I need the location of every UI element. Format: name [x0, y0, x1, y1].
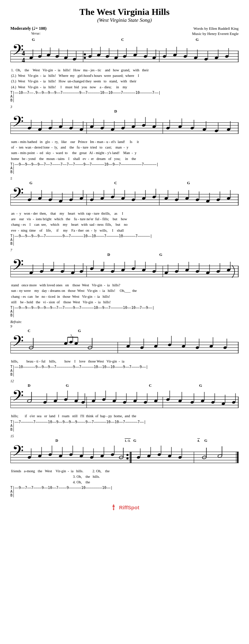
- svg-point-54: [225, 55, 229, 58]
- lyrics-line-3a: an - y won - der then, that my heart wit…: [11, 211, 239, 216]
- system-3: 5 G C G 𝄢: [10, 177, 239, 245]
- svg-point-136: [142, 197, 145, 200]
- system-number-7: 15: [10, 434, 239, 438]
- chord-row-7: D 1.-3. G 4. G: [10, 438, 239, 444]
- page: The West Virginia Hills (West Virginia S…: [0, 0, 249, 518]
- sub-title: (West Virginia State Song): [10, 17, 239, 23]
- tab-4: T|——9——9——9——9——9——9——7——7————9——7——————…: [10, 306, 239, 317]
- lyrics-line-2d: home be - yond the moun - tains I shall …: [11, 156, 239, 162]
- svg-point-235: [195, 346, 199, 349]
- svg-point-80: [100, 126, 104, 129]
- svg-point-237: [209, 345, 213, 348]
- lyrics-2: sum - mits bathed in glo - ry, like our …: [10, 139, 239, 162]
- svg-point-12: [84, 53, 86, 55]
- svg-point-202: [226, 268, 230, 271]
- svg-point-312: [59, 454, 62, 457]
- staff-svg-3: 𝄢: [10, 187, 239, 211]
- lyrics-line-1d: (4.) West Vir-gin - ia hills! I must bid…: [11, 84, 239, 90]
- lyrics-line-6a: hills; if o'er sea or land I roam still …: [11, 413, 239, 419]
- svg-point-257: [64, 398, 68, 401]
- svg-point-172: [71, 271, 74, 274]
- svg-point-148: [206, 199, 210, 203]
- svg-point-66: [27, 126, 31, 129]
- svg-point-180: [110, 270, 114, 273]
- svg-point-94: [178, 125, 182, 128]
- staff-svg-6: 𝄢: [10, 389, 239, 413]
- lyrics-line-7a: friends a-mong the West Vir-gin - ia hil…: [11, 468, 239, 474]
- chord-C-5: C: [28, 329, 30, 333]
- svg-point-306: [27, 456, 31, 459]
- svg-point-322: [110, 453, 114, 456]
- tempo: Moderately (♩= 108): [10, 26, 46, 31]
- tab-6: T|——7——————7——————10——9——9——9——9————9——7…: [10, 420, 239, 431]
- svg-point-36: [133, 53, 137, 56]
- svg-point-140: [164, 197, 168, 200]
- svg-point-74: [69, 126, 73, 129]
- svg-point-259: [74, 400, 78, 403]
- svg-point-316: [79, 454, 83, 457]
- svg-point-239: [223, 346, 227, 349]
- svg-point-84: [121, 126, 125, 129]
- svg-point-96: [190, 126, 194, 129]
- svg-point-279: [178, 400, 182, 403]
- system-6: 12 D G C G 𝄢: [10, 379, 239, 431]
- svg-point-320: [100, 454, 104, 457]
- svg-point-48: [194, 56, 197, 59]
- svg-point-88: [142, 124, 145, 127]
- lyrics-line-4c: chang - es can be no - ticed in those We…: [11, 294, 239, 299]
- svg-point-184: [131, 267, 135, 270]
- lyrics-line-3b: are our vis - ions bright which the fu -…: [11, 216, 239, 222]
- svg-point-22: [64, 56, 68, 59]
- svg-point-318: [90, 456, 94, 459]
- svg-point-14: [29, 56, 33, 59]
- svg-point-122: [69, 198, 73, 201]
- svg-point-134: [131, 198, 135, 201]
- lyrics-line-7b: 3. Oh, the hills.: [11, 474, 239, 480]
- lyrics-line-2a: sum - mits bathed in glo - ry, like our …: [11, 139, 239, 145]
- lyrics-line-4b: sun - ny were my day - dreams on those W…: [11, 288, 239, 294]
- svg-point-198: [206, 271, 210, 274]
- staff-svg-2: 𝄢: [10, 115, 239, 139]
- chord-row-2: D: [10, 109, 239, 115]
- svg-point-176: [90, 267, 94, 270]
- chord-C-3: C: [114, 181, 117, 185]
- svg-point-132: [121, 197, 125, 200]
- svg-point-18: [46, 53, 50, 56]
- chord-row-4: D G: [10, 252, 239, 258]
- staff-svg-4: 𝄢: [10, 258, 239, 283]
- system-7: 15 D 1.-3. G 4. G 𝄢: [10, 434, 239, 498]
- staff-svg-5: 𝄢 3: [10, 334, 239, 359]
- svg-point-98: [202, 128, 206, 131]
- lyrics-line-7c: 4. Oh, the: [11, 480, 239, 485]
- tab-3: T|——9——9——9——9——7————————9——7——————10——1…: [10, 234, 239, 245]
- svg-point-265: [102, 398, 106, 401]
- svg-point-34: [123, 55, 126, 58]
- lyrics-line-4a: stand once more with loved ones on those…: [11, 283, 239, 288]
- lyrics-line-1c: (3.) West Vir-gin - ia hills! How un-cha…: [11, 79, 239, 84]
- svg-text:𝄢: 𝄢: [12, 258, 24, 277]
- svg-point-118: [48, 198, 52, 201]
- svg-point-289: [232, 401, 235, 404]
- svg-point-267: [112, 400, 116, 403]
- svg-point-24: [72, 57, 76, 61]
- riffspot-logo: RiffSpot: [110, 503, 139, 511]
- lyrics-3: an - y won - der then, that my heart wit…: [10, 211, 239, 233]
- svg-point-13: [84, 57, 86, 59]
- svg-point-166: [39, 270, 43, 273]
- svg-point-40: [152, 56, 156, 59]
- chord-row-6: D G C G: [10, 383, 239, 389]
- svg-point-287: [221, 402, 225, 405]
- svg-point-310: [48, 453, 52, 456]
- svg-point-150: [216, 198, 220, 201]
- svg-point-86: [131, 125, 135, 128]
- svg-point-255: [53, 400, 57, 403]
- svg-point-116: [38, 197, 42, 200]
- svg-point-152: [226, 197, 230, 200]
- chord-D-7: D: [55, 438, 58, 442]
- svg-point-330: [157, 453, 161, 456]
- svg-point-174: [79, 270, 83, 273]
- chord-C-6: C: [149, 383, 152, 387]
- svg-point-302: [126, 457, 128, 459]
- chord-D-6: D: [28, 383, 30, 387]
- system-4: 7 D G 𝄢: [10, 248, 239, 317]
